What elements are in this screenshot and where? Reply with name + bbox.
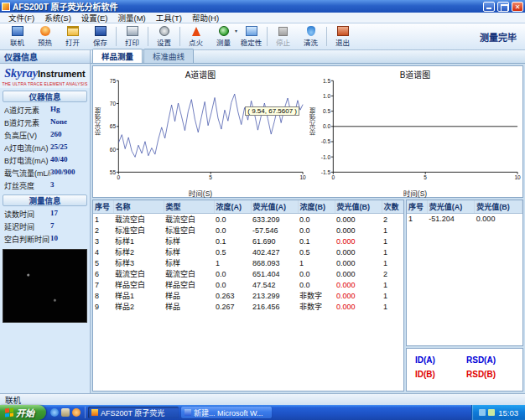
column-header-0[interactable]: 序号: [93, 200, 113, 214]
table-cell: 0.000: [335, 236, 382, 246]
measure-button[interactable]: 测量▾: [210, 24, 237, 49]
titlebar: AFS200T 原子荧光分析软件: [0, 0, 525, 13]
minimize-button[interactable]: [483, 2, 495, 12]
column-header-0[interactable]: 序号: [407, 200, 427, 214]
table-row[interactable]: 1-51.2040.000: [407, 214, 522, 225]
column-header-2[interactable]: 类型: [164, 200, 214, 214]
open-button[interactable]: 打开: [59, 24, 86, 49]
media-player-icon[interactable]: [72, 408, 81, 417]
menubar: 文件(F)系统(S)设置(E)测量(M)工具(T)帮助(H): [0, 13, 525, 23]
table-row[interactable]: 3标样1标样0.161.6900.10.0001: [93, 236, 404, 246]
table-cell: 2: [382, 268, 404, 279]
start-button-label: 开始: [16, 406, 34, 419]
ignite-button[interactable]: 点火: [182, 24, 210, 49]
instrument-info-row: 负高压(V)260: [0, 129, 90, 142]
start-button[interactable]: 开始: [0, 405, 46, 420]
tab-standard-curve[interactable]: 标准曲线: [143, 49, 194, 63]
stat-rsd-a: RSD(A): [466, 355, 514, 365]
menu-item-measure[interactable]: 测量(M): [112, 12, 150, 23]
measure-info-value: 10: [50, 234, 86, 245]
column-header-7[interactable]: 次数: [382, 200, 404, 214]
table-cell: -51.204: [427, 214, 475, 225]
column-header-3[interactable]: 浓度(A): [214, 200, 251, 214]
tab-sample-measure[interactable]: 样品测量: [92, 49, 143, 63]
table-cell: 0.0: [214, 225, 251, 236]
column-header-1[interactable]: 名称: [113, 200, 164, 214]
stability-button-label: 稳定性: [241, 37, 262, 47]
exit-button[interactable]: 退出: [329, 24, 356, 49]
word-doc-icon: [185, 409, 191, 416]
show-desktop-icon[interactable]: [61, 408, 70, 417]
chart-a-plot[interactable]: 55606570750510: [101, 78, 307, 181]
menu-item-file[interactable]: 文件(F): [3, 12, 39, 23]
measure-info-header[interactable]: 测量信息: [3, 194, 87, 206]
instrument-info-label: 灯丝亮度: [4, 180, 50, 191]
table-row[interactable]: 9样品2样品0.267216.456非数字0.0001: [93, 301, 404, 312]
brand-name-instrument: Instrument: [38, 69, 86, 79]
print-button[interactable]: 打印: [118, 24, 146, 49]
save-button-label: 保存: [93, 37, 107, 47]
afs-app-icon: [91, 409, 98, 416]
save-button[interactable]: 保存: [86, 24, 114, 49]
chart-b-body: 荧光强度 -1.5-1.0-0.50.00.51.01.50510: [308, 78, 522, 188]
heat-icon: [40, 26, 50, 36]
stability-button[interactable]: 稳定性: [237, 24, 265, 49]
column-header-1[interactable]: 荧光值(A): [427, 200, 475, 214]
maximize-button[interactable]: [497, 2, 509, 12]
network-icon[interactable]: [488, 409, 495, 416]
instrument-info-row: A灯电流(mA)25/25: [0, 142, 90, 154]
system-tray: 15:03: [471, 405, 525, 420]
table-cell: 0.1: [214, 236, 251, 246]
menu-item-settings[interactable]: 设置(E): [76, 12, 113, 23]
settings-button[interactable]: 设置: [150, 24, 178, 49]
menu-item-help[interactable]: 帮助(H): [187, 12, 224, 23]
table-cell: 非数字: [298, 290, 335, 301]
table-cell: 载流空白: [113, 214, 164, 226]
table-cell: 0.000: [335, 279, 382, 290]
volume-icon[interactable]: [479, 409, 486, 416]
clock[interactable]: 15:03: [498, 408, 518, 417]
task-button-word-doc[interactable]: 新建... Microsoft W...: [181, 407, 272, 418]
column-header-4[interactable]: 荧光值(A): [251, 200, 298, 214]
menu-item-tools[interactable]: 工具(T): [151, 12, 187, 23]
column-header-2[interactable]: 荧光值(B): [475, 200, 522, 214]
instrument-sidebar: 仪器信息 SkyrayInstrument THE ULTRA TRACE EL…: [0, 50, 91, 393]
table-cell: 标样: [164, 236, 214, 246]
column-header-5[interactable]: 浓度(B): [298, 200, 335, 214]
chart-a-tooltip: ( 9.54, 67.5607 ): [245, 106, 299, 116]
measure-info-value: 7: [50, 221, 86, 232]
instrument-info-row: B灯电流(mA)40/40: [0, 154, 90, 167]
connect-button[interactable]: 联机: [3, 24, 31, 49]
result-table-wrap: 序号荧光值(A)荧光值(B)1-51.2040.000: [406, 200, 523, 346]
table-cell: 7: [93, 279, 113, 290]
column-header-6[interactable]: 荧光值(B): [335, 200, 382, 214]
clean-button[interactable]: 清洗: [297, 24, 325, 49]
table-row[interactable]: 6载流空白载流空白0.0651.4040.00.0002: [93, 268, 404, 279]
table-row[interactable]: 8样品1样品0.263213.299非数字0.0001: [93, 290, 404, 301]
instrument-info-header[interactable]: 仪器信息: [3, 91, 87, 102]
table-row[interactable]: 1载流空白载流空白0.0633.2090.00.0002: [93, 214, 404, 226]
brand-slogan: THE ULTRA TRACE ELEMENT ANALYSIS: [2, 81, 88, 86]
instrument-info-label: B道灯元素: [4, 117, 50, 128]
measure-info-label: 空白判断时间: [4, 234, 50, 245]
table-cell: 0.263: [214, 290, 251, 301]
task-button-afs200t[interactable]: AFS200T 原子荧光: [88, 407, 179, 418]
table-row[interactable]: 2标准空白标准空白0.0-57.5460.00.0001: [93, 225, 404, 236]
preheat-button[interactable]: 预热: [31, 24, 59, 49]
stop-button[interactable]: 停止: [269, 24, 297, 49]
table-cell: 标样: [164, 257, 214, 268]
table-cell: 3: [93, 236, 113, 246]
internet-explorer-icon[interactable]: [50, 408, 59, 417]
table-cell: 1: [298, 257, 335, 268]
table-row[interactable]: 5标样3标样1868.09310.0001: [93, 257, 404, 268]
close-button[interactable]: [512, 2, 523, 12]
open-icon: [67, 26, 79, 36]
table-cell: 9: [93, 301, 113, 312]
menu-item-system[interactable]: 系统(S): [39, 12, 76, 23]
table-row[interactable]: 7样品空白样品空白0.047.5420.00.0001: [93, 279, 404, 290]
svg-text:10: 10: [299, 174, 306, 180]
table-cell: 2: [382, 214, 404, 226]
table-cell: 标准空白: [164, 225, 214, 236]
chart-b-plot[interactable]: -1.5-1.0-0.50.00.51.01.50510: [315, 78, 522, 181]
table-row[interactable]: 4标样2标样0.5402.4270.50.0001: [93, 246, 404, 257]
